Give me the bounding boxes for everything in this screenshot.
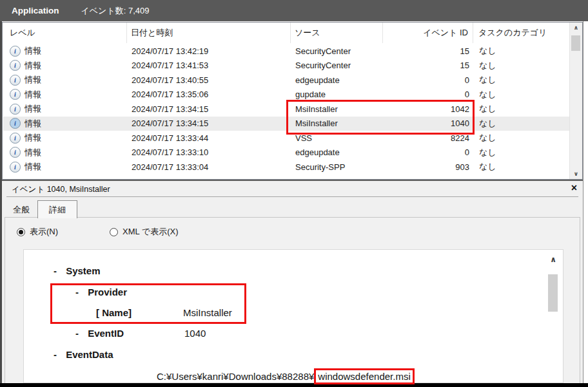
row-category: なし (474, 45, 569, 57)
details-tab-content: 表示(N) XML で表示(X) ∧ - System - Provider [… (5, 217, 580, 383)
friendly-view-box: ∧ - System - Provider [ Name] MsiInstall… (23, 249, 564, 383)
table-row[interactable]: i情報 2024/07/17 13:33:44 VSS 8224 なし (3, 131, 569, 146)
table-body: i情報 2024/07/17 13:42:19 SecurityCenter 1… (3, 44, 569, 175)
tree-node-eventid: - EventID 1040 (75, 328, 124, 339)
row-level: 情報 (24, 103, 41, 115)
radio-unselected-icon[interactable] (110, 228, 118, 236)
tree-key: Provider (88, 287, 127, 297)
scroll-up-icon[interactable]: ∧ (547, 255, 559, 264)
collapse-icon[interactable]: - (75, 328, 79, 339)
row-eventid: 1042 (384, 104, 474, 114)
row-datetime: 2024/07/17 13:33:04 (128, 162, 291, 172)
table-row[interactable]: i情報 2024/07/17 13:42:19 SecurityCenter 1… (3, 44, 569, 59)
info-icon: i (10, 75, 21, 86)
row-source: gupdate (291, 90, 384, 99)
row-eventid: 903 (384, 162, 474, 172)
info-icon: i (10, 60, 21, 71)
scroll-up-icon[interactable]: ∧ (570, 23, 582, 33)
row-eventid: 0 (384, 90, 474, 99)
tab-details[interactable]: 詳細 (37, 200, 77, 218)
row-eventid: 1040 (384, 118, 474, 128)
row-category: なし (474, 161, 569, 173)
radio-xml-view[interactable]: XML で表示(X) (110, 226, 179, 238)
collapse-icon[interactable]: - (75, 287, 79, 297)
row-level: 情報 (24, 60, 41, 71)
row-level: 情報 (24, 147, 41, 158)
info-icon: i (10, 89, 21, 100)
detail-pane-title: イベント 1040, MsiInstaller (12, 184, 110, 195)
table-scrollbar[interactable]: ∧ ∨ (569, 23, 582, 179)
row-source: SecurityCenter (291, 46, 384, 56)
row-level: 情報 (24, 89, 41, 100)
row-eventid: 15 (384, 61, 474, 70)
collapse-icon[interactable]: - (54, 349, 57, 360)
row-level: 情報 (24, 132, 41, 144)
row-datetime: 2024/07/17 13:34:15 (128, 104, 291, 114)
row-source: edgeupdate (291, 147, 384, 157)
tree-value: 1040 (184, 328, 206, 339)
column-header-category[interactable]: タスクのカテゴリ (473, 23, 570, 43)
file-name-highlighted: windowsdefender.msi (314, 368, 414, 384)
tree-node-eventdata-value: C:¥Users¥kanri¥Downloads¥88288¥windowsde… (157, 368, 415, 384)
tab-general[interactable]: 全般 (13, 204, 30, 216)
tree-node-eventdata: - EventData (54, 349, 113, 360)
table-row[interactable]: i情報 2024/07/17 13:33:10 edgeupdate 0 なし (3, 146, 569, 160)
table-row[interactable]: i情報 2024/07/17 13:41:53 SecurityCenter 1… (3, 59, 569, 73)
info-icon: i (10, 118, 21, 129)
row-level: 情報 (24, 45, 41, 57)
row-eventid: 8224 (384, 133, 474, 143)
table-row[interactable]: i情報 2024/07/17 13:33:04 Security-SPP 903… (3, 160, 569, 175)
tree-key: [ Name] (96, 307, 132, 318)
tree-key: EventData (66, 349, 113, 360)
table-row[interactable]: i情報 2024/07/17 13:34:15 MsiInstaller 104… (3, 102, 569, 117)
column-header-level[interactable]: レベル (3, 23, 127, 43)
row-eventid: 0 (384, 147, 474, 157)
row-datetime: 2024/07/17 13:40:55 (128, 75, 291, 85)
row-source: SecurityCenter (291, 61, 384, 70)
column-header-eventid[interactable]: イベント ID (383, 23, 473, 43)
column-header-datetime[interactable]: 日付と時刻 (127, 23, 291, 43)
radio-friendly-view-label: 表示(N) (30, 226, 58, 238)
scroll-down-icon[interactable]: ∨ (570, 169, 582, 179)
row-category: なし (474, 118, 569, 129)
row-eventid: 0 (384, 75, 474, 85)
table-row[interactable]: i情報 2024/07/17 13:35:06 gupdate 0 なし (3, 88, 569, 102)
row-category: なし (474, 132, 569, 144)
close-icon[interactable]: × (571, 182, 577, 194)
info-icon: i (10, 104, 21, 115)
tree-node-provider-name: [ Name] MsiInstaller (96, 307, 132, 318)
table-row-selected[interactable]: i情報 2024/07/17 13:34:15 MsiInstaller 104… (3, 117, 569, 131)
tree-node-provider: - Provider (75, 287, 127, 297)
info-icon: i (10, 133, 21, 144)
log-title-bar: Application イベント数: 7,409 (0, 0, 588, 21)
tree-key: System (66, 265, 100, 276)
row-datetime: 2024/07/17 13:33:44 (128, 133, 291, 143)
collapse-icon[interactable]: - (54, 265, 57, 276)
row-eventid: 15 (384, 46, 474, 56)
radio-xml-view-label: XML で表示(X) (122, 226, 179, 238)
row-category: なし (474, 147, 569, 158)
log-name: Application (12, 6, 59, 15)
row-source: edgeupdate (291, 75, 384, 85)
radio-selected-icon[interactable] (17, 228, 25, 236)
table-row[interactable]: i情報 2024/07/17 13:40:55 edgeupdate 0 なし (3, 73, 569, 88)
row-source: MsiInstaller (291, 104, 384, 114)
row-datetime: 2024/07/17 13:35:06 (128, 90, 291, 99)
file-path-prefix: C:¥Users¥kanri¥Downloads¥88288¥ (157, 371, 314, 382)
radio-friendly-view[interactable]: 表示(N) (17, 226, 58, 238)
scrollbar-thumb[interactable] (548, 274, 558, 312)
row-source: VSS (291, 133, 384, 143)
tree-node-system: - System (54, 265, 101, 276)
row-category: なし (474, 60, 569, 71)
row-category: なし (474, 74, 569, 86)
row-level: 情報 (24, 161, 41, 173)
scrollbar-thumb[interactable] (571, 35, 580, 51)
title-separator (6, 196, 578, 197)
table-header-row: レベル 日付と時刻 ソース イベント ID タスクのカテゴリ (3, 23, 570, 43)
row-datetime: 2024/07/17 13:33:10 (128, 147, 291, 157)
window-gutter-right (583, 21, 588, 383)
row-category: なし (474, 89, 569, 100)
column-header-source[interactable]: ソース (291, 23, 383, 43)
info-icon: i (10, 162, 21, 173)
row-category: なし (474, 103, 569, 115)
